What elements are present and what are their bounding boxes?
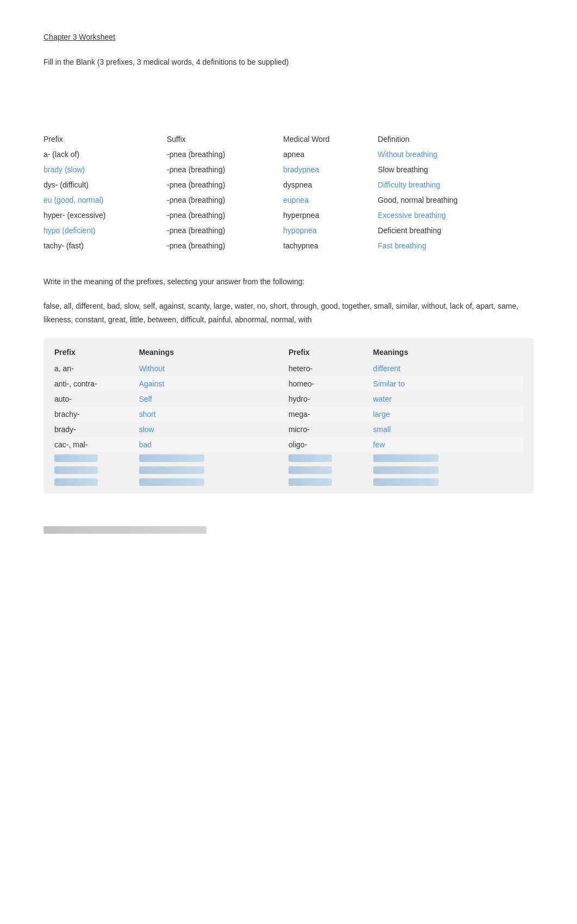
breathing-table: Prefix Suffix Medical Word Definition a-… (43, 132, 534, 253)
table-row: hypo (deficient)-pnea (breathing)hypopne… (43, 223, 534, 238)
right-prefix-cell: hetero- (288, 361, 373, 376)
blurred-cell (288, 464, 373, 476)
cell-medical-word: dyspnea (283, 177, 378, 192)
col-header-definition: Definition (378, 132, 534, 147)
blurred-cell (139, 452, 288, 464)
page-title: Chapter 3 Worksheet (43, 33, 534, 41)
prefix-table-row: a, an-Withouthetero-different (54, 361, 523, 376)
right-meaning-cell: few (373, 437, 523, 452)
cell-prefix: a- (lack of) (43, 147, 167, 162)
blurred-cell (139, 476, 288, 488)
left-prefix-cell: a, an- (54, 361, 139, 376)
blurred-cell (288, 452, 373, 464)
cell-medical-word: apnea (283, 147, 378, 162)
prefix-table-row: brady-slowmicro-small (54, 422, 523, 437)
left-meaning-cell: short (139, 407, 288, 422)
right-prefix-cell: micro- (288, 422, 373, 437)
table-row: a- (lack of)-pnea (breathing)apneaWithou… (43, 147, 534, 162)
left-prefix-cell: cac-, mal- (54, 437, 139, 452)
col-header-medical-word: Medical Word (283, 132, 378, 147)
meaning-col-header-right: Meanings (373, 344, 523, 361)
table-row: eu (good, normal)-pnea (breathing)eupnea… (43, 192, 534, 208)
cell-definition: Difficulty breathing (378, 177, 534, 192)
cell-prefix: eu (good, normal) (43, 192, 167, 208)
prefix-table-row: anti-, contra-Againsthomeo-Similar to (54, 376, 523, 391)
prefix-table-blurred-row (54, 452, 523, 464)
blurred-cell (54, 452, 139, 464)
right-meaning-cell: small (373, 422, 523, 437)
right-meaning-cell: water (373, 391, 523, 407)
blurred-cell (373, 452, 523, 464)
prefix-table-header: Prefix Meanings Prefix Meanings (54, 344, 523, 361)
cell-definition: Deficient breathing (378, 223, 534, 238)
cell-suffix: -pnea (breathing) (167, 223, 283, 238)
right-meaning-cell: Similar to (373, 376, 523, 391)
prefix-col-header-left: Prefix (54, 344, 139, 361)
prefix-table-blurred-row (54, 464, 523, 476)
cell-definition: Fast breathing (378, 238, 534, 253)
bottom-section (43, 526, 534, 534)
cell-prefix: hyper- (excessive) (43, 208, 167, 223)
right-prefix-cell: homeo- (288, 376, 373, 391)
blurred-cell (54, 476, 139, 488)
prefix-table-blurred-row (54, 476, 523, 488)
cell-definition: Good, normal breathing (378, 192, 534, 208)
cell-suffix: -pnea (breathing) (167, 162, 283, 177)
left-meaning-cell: Without (139, 361, 288, 376)
right-prefix-cell: mega- (288, 407, 373, 422)
cell-prefix: dys- (difficult) (43, 177, 167, 192)
meaning-col-header-left: Meanings (139, 344, 288, 361)
left-prefix-cell: anti-, contra- (54, 376, 139, 391)
cell-medical-word: tachypnea (283, 238, 378, 253)
left-meaning-cell: slow (139, 422, 288, 437)
table-header-row: Prefix Suffix Medical Word Definition (43, 132, 534, 147)
write-instructions: Write in the meaning of the prefixes, se… (43, 275, 534, 289)
left-prefix-cell: auto- (54, 391, 139, 407)
table-row: tachy- (fast)-pnea (breathing)tachypneaF… (43, 238, 534, 253)
cell-definition: Without breathing (378, 147, 534, 162)
left-meaning-cell: Against (139, 376, 288, 391)
cell-prefix: brady (slow) (43, 162, 167, 177)
right-prefix-cell: oligo- (288, 437, 373, 452)
right-meaning-cell: different (373, 361, 523, 376)
table-row: brady (slow)-pnea (breathing)bradypneaSl… (43, 162, 534, 177)
table-row: hyper- (excessive)-pnea (breathing)hyper… (43, 208, 534, 223)
prefix-meanings-table: Prefix Meanings Prefix Meanings a, an-Wi… (54, 344, 523, 488)
prefix-table-row: brachy-shortmega-large (54, 407, 523, 422)
cell-prefix: tachy- (fast) (43, 238, 167, 253)
blurred-cell (139, 464, 288, 476)
right-prefix-cell: hydro- (288, 391, 373, 407)
left-meaning-cell: bad (139, 437, 288, 452)
cell-suffix: -pnea (breathing) (167, 208, 283, 223)
write-section: Write in the meaning of the prefixes, se… (43, 275, 534, 289)
cell-medical-word: bradypnea (283, 162, 378, 177)
cell-prefix: hypo (deficient) (43, 223, 167, 238)
word-list: false, all, different, bad, slow, self, … (43, 299, 534, 327)
cell-medical-word: eupnea (283, 192, 378, 208)
cell-suffix: -pnea (breathing) (167, 238, 283, 253)
prefix-table-row: cac-, mal-badoligo-few (54, 437, 523, 452)
right-meaning-cell: large (373, 407, 523, 422)
cell-definition: Excessive breathing (378, 208, 534, 223)
cell-medical-word: hyperpnea (283, 208, 378, 223)
prefix-table-wrapper: Prefix Meanings Prefix Meanings a, an-Wi… (43, 338, 534, 494)
cell-suffix: -pnea (breathing) (167, 147, 283, 162)
blurred-cell (54, 464, 139, 476)
fill-instructions: Fill in the Blank (3 prefixes, 3 medical… (43, 58, 534, 66)
blurred-cell (373, 476, 523, 488)
left-meaning-cell: Self (139, 391, 288, 407)
bottom-blurred-text (43, 526, 206, 534)
table-row: dys- (difficult)-pnea (breathing)dyspnea… (43, 177, 534, 192)
prefix-col-header-right: Prefix (288, 344, 373, 361)
blurred-cell (373, 464, 523, 476)
col-header-suffix: Suffix (167, 132, 283, 147)
blurred-cell (288, 476, 373, 488)
main-table-section: Prefix Suffix Medical Word Definition a-… (43, 132, 534, 253)
cell-definition: Slow breathing (378, 162, 534, 177)
col-header-prefix: Prefix (43, 132, 167, 147)
cell-suffix: -pnea (breathing) (167, 192, 283, 208)
cell-medical-word: hypopnea (283, 223, 378, 238)
prefix-table-row: auto-Selfhydro-water (54, 391, 523, 407)
left-prefix-cell: brachy- (54, 407, 139, 422)
left-prefix-cell: brady- (54, 422, 139, 437)
